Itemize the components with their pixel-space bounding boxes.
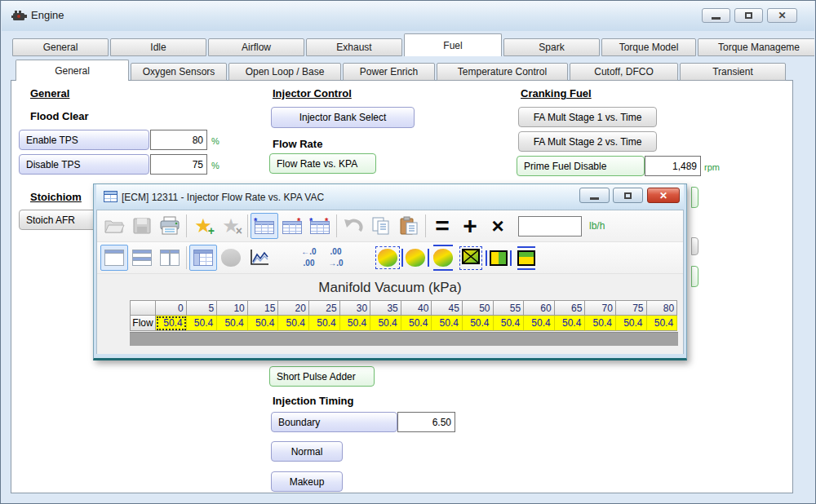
boundary-button[interactable]: Boundary bbox=[271, 412, 397, 432]
injector-control-heading: Injector Control bbox=[273, 87, 352, 99]
toolbar-separator bbox=[425, 214, 426, 237]
tab-temperature-control[interactable]: Temperature Control bbox=[437, 63, 568, 81]
open-file-icon[interactable] bbox=[100, 213, 128, 239]
flow-cell-60[interactable]: 50.4 bbox=[524, 316, 555, 331]
colormap-grid-x-icon[interactable] bbox=[457, 245, 485, 271]
tab-spark[interactable]: Spark bbox=[503, 38, 600, 56]
window-titlebar[interactable]: Engine ✕ bbox=[2, 1, 814, 31]
flow-rate-vs-kpa-button[interactable]: Flow Rate vs. KPA bbox=[269, 153, 376, 174]
add-favorite-icon[interactable]: ★ + bbox=[189, 213, 217, 239]
table-window-icon bbox=[104, 191, 118, 202]
remove-favorite-icon[interactable]: ★ × bbox=[217, 213, 245, 239]
flow-cell-45[interactable]: 50.4 bbox=[432, 316, 463, 331]
table-file2-icon[interactable]: * bbox=[278, 213, 306, 239]
tab-transient[interactable]: Transient bbox=[680, 63, 786, 81]
dialog-toolbar-main: ★ + ★ × * * ** bbox=[97, 210, 683, 242]
tab-idle[interactable]: Idle bbox=[110, 38, 206, 56]
general-heading: General bbox=[30, 87, 69, 99]
tab-open-loop-base[interactable]: Open Loop / Base bbox=[228, 63, 341, 81]
flow-cell-80[interactable]: 50.4 bbox=[647, 316, 678, 331]
flow-cell-65[interactable]: 50.4 bbox=[555, 316, 586, 331]
flow-cell-35[interactable]: 50.4 bbox=[370, 316, 401, 331]
disable-tps-button[interactable]: Disable TPS bbox=[19, 154, 149, 175]
dialog-minimize-button[interactable] bbox=[579, 188, 610, 203]
prime-fuel-disable-value[interactable]: 1,489 bbox=[645, 156, 701, 176]
injector-bank-select-button[interactable]: Injector Bank Select bbox=[271, 107, 415, 128]
colormap-horizontal-icon[interactable] bbox=[429, 245, 457, 271]
save-icon[interactable] bbox=[128, 213, 156, 239]
undo-icon[interactable] bbox=[339, 213, 367, 239]
flow-cell-15[interactable]: 50.4 bbox=[248, 316, 279, 331]
colormap-bands-icon[interactable] bbox=[512, 245, 540, 271]
flow-cell-70[interactable]: 50.4 bbox=[585, 316, 616, 331]
tab-oxygen-sensors[interactable]: Oxygen Sensors bbox=[131, 63, 227, 81]
prime-fuel-disable-unit: rpm bbox=[704, 162, 720, 172]
tab-cutoff-dfco[interactable]: Cutoff, DFCO bbox=[570, 63, 678, 81]
minimize-button[interactable] bbox=[702, 8, 730, 23]
flow-cell-30[interactable]: 50.4 bbox=[340, 316, 371, 331]
colormap-vertical-icon[interactable] bbox=[401, 245, 429, 271]
flow-cell-0[interactable]: 50.4 bbox=[156, 316, 187, 331]
flow-cell-25[interactable]: 50.4 bbox=[309, 316, 340, 331]
layout-single-icon[interactable] bbox=[100, 245, 128, 271]
dialog-titlebar[interactable]: [ECM] 12311 - Injector Flow Rate vs. KPA… bbox=[96, 184, 684, 210]
prime-fuel-disable-button[interactable]: Prime Fuel Disable bbox=[517, 156, 645, 176]
print-icon[interactable] bbox=[156, 213, 184, 239]
tab-general[interactable]: General bbox=[16, 60, 129, 81]
col-header-80: 80 bbox=[647, 300, 678, 316]
short-pulse-adder-button[interactable]: Short Pulse Adder bbox=[269, 366, 375, 387]
view-surface-icon[interactable] bbox=[217, 245, 245, 271]
decimals-decrease-button[interactable]: ←.0 .00 bbox=[295, 245, 322, 270]
set-equal-button[interactable]: = bbox=[428, 213, 456, 239]
makeup-button[interactable]: Makeup bbox=[271, 471, 343, 492]
dialog-maximize-button[interactable] bbox=[613, 188, 643, 203]
fa-mult-stage2-button[interactable]: FA Mult Stage 2 vs. Time bbox=[518, 131, 657, 152]
flow-cell-55[interactable]: 50.4 bbox=[494, 316, 525, 331]
flow-cell-40[interactable]: 50.4 bbox=[401, 316, 432, 331]
hidden-button-fragment[interactable] bbox=[691, 266, 698, 287]
boundary-value[interactable]: 6.50 bbox=[397, 412, 455, 432]
enable-tps-button[interactable]: Enable TPS bbox=[19, 130, 149, 150]
decimals-increase-button[interactable]: .00 →.0 bbox=[322, 245, 349, 270]
col-header-35: 35 bbox=[370, 300, 401, 316]
flow-cell-75[interactable]: 50.4 bbox=[616, 316, 647, 331]
enable-tps-value[interactable]: 80 bbox=[150, 130, 207, 150]
fa-mult-stage1-button[interactable]: FA Mult Stage 1 vs. Time bbox=[518, 107, 657, 127]
svg-text:*: * bbox=[254, 218, 258, 226]
col-header-40: 40 bbox=[401, 300, 432, 316]
dialog-close-button[interactable]: ✕ bbox=[647, 188, 680, 203]
maximize-button[interactable] bbox=[734, 8, 763, 23]
col-header-45: 45 bbox=[432, 300, 463, 316]
flow-cell-5[interactable]: 50.4 bbox=[187, 316, 218, 331]
hidden-button-fragment[interactable] bbox=[691, 187, 698, 208]
view-table-icon[interactable] bbox=[189, 245, 217, 271]
colormap-split-icon[interactable] bbox=[485, 245, 512, 271]
tab-airflow[interactable]: Airflow bbox=[208, 38, 304, 56]
view-graph-icon[interactable] bbox=[245, 245, 273, 271]
stoich-afr-button[interactable]: Stoich AFR bbox=[19, 210, 100, 230]
tab-exhaust[interactable]: Exhaust bbox=[306, 38, 402, 56]
table-file1-icon[interactable]: * bbox=[251, 213, 278, 239]
copy-icon[interactable] bbox=[367, 213, 395, 239]
disable-tps-value[interactable]: 75 bbox=[150, 154, 207, 175]
layout-horizontal-icon[interactable] bbox=[128, 245, 156, 271]
colormap-free-icon[interactable] bbox=[374, 245, 401, 271]
flow-cell-50[interactable]: 50.4 bbox=[463, 316, 494, 331]
flow-cell-20[interactable]: 50.4 bbox=[278, 316, 309, 331]
tab-torque-manageme[interactable]: Torque Manageme bbox=[698, 38, 814, 56]
tab-power-enrich[interactable]: Power Enrich bbox=[343, 63, 435, 81]
add-value-button[interactable]: + bbox=[456, 213, 484, 239]
flow-cell-10[interactable]: 50.4 bbox=[217, 316, 248, 331]
tab-general[interactable]: General bbox=[12, 38, 109, 56]
svg-text:*: * bbox=[325, 218, 329, 226]
tab-torque-model[interactable]: Torque Model bbox=[601, 38, 696, 56]
math-value-input[interactable] bbox=[518, 216, 582, 237]
multiply-value-button[interactable]: × bbox=[484, 213, 512, 239]
normal-button[interactable]: Normal bbox=[271, 441, 343, 462]
paste-icon[interactable] bbox=[395, 213, 423, 239]
close-button[interactable]: ✕ bbox=[767, 8, 797, 23]
layout-vertical-icon[interactable] bbox=[156, 245, 184, 271]
hidden-button-fragment[interactable] bbox=[691, 237, 698, 255]
tab-fuel[interactable]: Fuel bbox=[404, 33, 502, 56]
table-compare-icon[interactable]: ** bbox=[306, 213, 334, 239]
